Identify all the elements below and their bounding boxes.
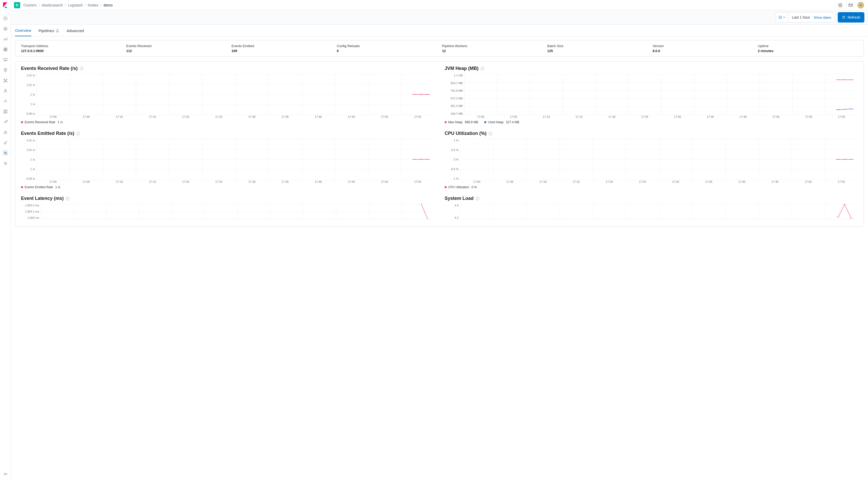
chart-title: JVM Heap (MB) i xyxy=(444,66,858,71)
newsfeed-icon[interactable] xyxy=(836,1,844,9)
crumb-nodes[interactable]: Nodes xyxy=(88,3,98,7)
plot-area[interactable] xyxy=(41,204,434,219)
nav-items xyxy=(3,10,8,471)
dashboard-icon[interactable] xyxy=(3,47,8,52)
svg-point-38 xyxy=(849,159,854,160)
show-dates-link[interactable]: Show dates xyxy=(814,16,831,20)
plot-area[interactable] xyxy=(464,74,858,115)
avatar[interactable]: e xyxy=(858,2,864,8)
plot-area[interactable] xyxy=(36,74,434,115)
discover-icon[interactable] xyxy=(3,26,8,32)
stat-value: 112 xyxy=(126,49,226,53)
crumb-logstash[interactable]: Logstash xyxy=(68,3,83,7)
x-tick: 17:45 xyxy=(758,180,792,183)
stat-value: 2 minutes xyxy=(758,49,858,53)
svg-point-37 xyxy=(842,159,847,160)
kibana-logo[interactable] xyxy=(0,0,11,10)
siem-icon[interactable] xyxy=(3,140,8,146)
canvas-icon[interactable] xyxy=(3,57,8,63)
stack-monitoring-icon[interactable] xyxy=(3,150,8,156)
y-tick: 1,003 ms xyxy=(21,216,39,219)
svg-point-28 xyxy=(842,80,847,80)
app-root: D Clusters / elasticsearch / Logstash / … xyxy=(0,0,868,480)
legend-dot xyxy=(444,186,447,188)
quick-select-button[interactable] xyxy=(776,12,788,22)
stat-label: Config Reloads xyxy=(337,44,437,48)
x-tick: 17:50 xyxy=(792,180,825,183)
chart-body: 1.01 /s1.01 /s1 /s1 /s0.99 /s xyxy=(21,74,434,115)
breadcrumbs: Clusters / elasticsearch / Logstash / No… xyxy=(23,3,113,7)
x-tick: 17:50 xyxy=(793,115,825,118)
observability-icon[interactable] xyxy=(3,98,8,104)
info-icon[interactable]: i xyxy=(80,67,83,70)
y-axis: 1,003.2 ms1,003.1 ms1,003 ms xyxy=(21,204,41,219)
chart-events_received_rate: Events Received Rate (/s) i 1.01 /s1.01 … xyxy=(21,66,434,124)
recently-viewed-icon[interactable] xyxy=(3,16,8,21)
info-icon[interactable]: i xyxy=(66,197,69,200)
crumb-elasticsearch[interactable]: elasticsearch xyxy=(42,3,63,7)
tab-advanced[interactable]: Advanced xyxy=(66,25,84,36)
mail-icon[interactable] xyxy=(846,1,855,9)
space-badge[interactable]: D xyxy=(14,2,20,8)
stat-value: 8.0.0 xyxy=(653,49,753,53)
uptime-icon[interactable] xyxy=(3,129,8,135)
svg-rect-5 xyxy=(6,50,7,51)
x-tick: 17:45 xyxy=(760,115,793,118)
svg-rect-17 xyxy=(4,132,7,133)
collapse-icon[interactable] xyxy=(3,471,8,477)
legend-value: 327.4 MB xyxy=(505,120,519,124)
tab-overview[interactable]: Overview xyxy=(15,25,31,36)
legend-item[interactable]: Used Heap 327.4 MB xyxy=(484,120,519,124)
visualize-icon[interactable] xyxy=(3,36,8,42)
chart-body: 1.1 GB953.7 MB762.9 MB572.2 MB381.5 MB19… xyxy=(444,74,858,115)
management-icon[interactable] xyxy=(3,160,8,166)
plot-area[interactable] xyxy=(36,139,434,180)
time-range[interactable]: Last 1 hour Show dates xyxy=(788,12,835,22)
user-menu[interactable]: e xyxy=(857,1,865,9)
svg-point-24 xyxy=(412,94,417,95)
info-icon[interactable]: i xyxy=(489,132,492,136)
chart-body: 1 %0.5 %0 %-0.5 %-1 % xyxy=(444,139,858,180)
chart-title: Events Received Rate (/s) i xyxy=(21,66,434,71)
x-tick: 17:05 xyxy=(70,180,103,183)
svg-point-29 xyxy=(849,80,854,80)
crumb-clusters[interactable]: Clusters xyxy=(23,3,36,7)
info-icon[interactable]: i xyxy=(476,197,479,200)
chart-body: 4.44.2 xyxy=(444,204,858,219)
apm-icon[interactable] xyxy=(3,119,8,125)
plot-area[interactable] xyxy=(460,204,858,219)
svg-point-33 xyxy=(412,159,417,160)
metrics-icon[interactable] xyxy=(3,109,8,114)
x-tick: 17:15 xyxy=(563,115,595,118)
chart-event_latency: Event Latency (ms) i 1,003.2 ms1,003.1 m… xyxy=(21,196,434,219)
x-axis: 17:0017:0517:1017:1517:2017:2517:3017:35… xyxy=(460,180,858,183)
maps-icon[interactable] xyxy=(3,67,8,73)
refresh-button[interactable]: Refresh xyxy=(838,12,864,23)
svg-point-20 xyxy=(838,3,842,7)
legend-item[interactable]: CPU Utilization 0 % xyxy=(444,185,477,189)
info-icon[interactable]: i xyxy=(76,132,80,136)
stat-label: Pipeline Workers xyxy=(442,44,542,48)
security-icon[interactable] xyxy=(3,88,8,94)
breadcrumb-sep: / xyxy=(38,3,40,7)
svg-point-21 xyxy=(840,4,841,6)
info-icon[interactable]: i xyxy=(480,67,484,70)
y-tick: 0 % xyxy=(444,158,459,161)
stat-label: Batch Size xyxy=(547,44,648,48)
y-axis: 4.44.2 xyxy=(444,204,460,219)
ml-icon[interactable] xyxy=(3,78,8,83)
sidebar-collapse[interactable] xyxy=(3,471,8,480)
tab-pipelines[interactable]: Pipelines xyxy=(38,25,60,36)
legend-item[interactable]: Events Received Rate 1 /s xyxy=(21,120,63,124)
x-tick: 17:40 xyxy=(727,115,760,118)
legend-item[interactable]: Max Heap 989.9 MB xyxy=(444,120,478,124)
x-tick: 17:00 xyxy=(464,115,497,118)
plot-area[interactable] xyxy=(460,139,858,180)
svg-point-1 xyxy=(4,27,7,31)
y-tick: 190.7 MB xyxy=(444,112,463,115)
y-tick: -1 % xyxy=(444,177,459,180)
y-tick: 1.01 /s xyxy=(21,148,35,151)
topbar: D Clusters / elasticsearch / Logstash / … xyxy=(11,0,868,10)
legend-item[interactable]: Events Emitted Rate 1 /s xyxy=(21,185,60,189)
stat-label: Events Received xyxy=(126,44,226,48)
